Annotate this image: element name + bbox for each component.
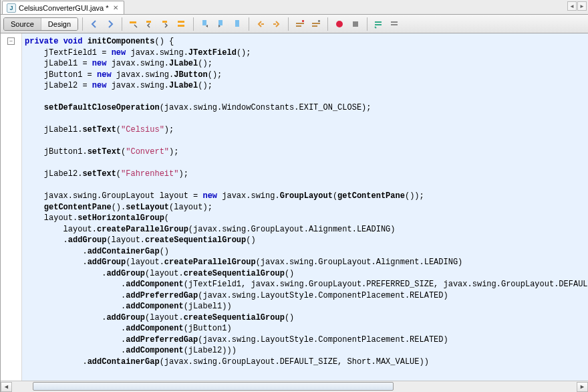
svg-rect-4 <box>178 25 184 27</box>
comment-button[interactable] <box>372 17 386 31</box>
stop-macro-button[interactable] <box>309 17 323 31</box>
svg-rect-1 <box>146 21 151 23</box>
find-previous-button[interactable] <box>142 17 157 31</box>
uncomment-button[interactable] <box>388 17 402 31</box>
find-next-button[interactable] <box>158 17 173 31</box>
svg-rect-21 <box>391 24 398 25</box>
design-view-button[interactable]: Design <box>41 18 78 30</box>
find-selection-button[interactable] <box>126 17 141 31</box>
shift-left-button[interactable] <box>253 17 268 31</box>
svg-point-16 <box>336 21 343 27</box>
file-tab-title: CelsiusConverterGUI.java * <box>19 4 109 12</box>
source-view-button[interactable]: Source <box>4 18 41 30</box>
svg-rect-10 <box>296 23 304 24</box>
editor-toolbar: Source Design <box>1 15 588 33</box>
tab-next-button[interactable]: ► <box>577 1 587 11</box>
svg-rect-19 <box>375 24 382 25</box>
code-editor[interactable]: private void initComponents() { jTextFie… <box>22 33 588 381</box>
toolbar-separator <box>122 17 122 31</box>
toolbar-separator <box>249 17 249 31</box>
scroll-track[interactable] <box>13 382 576 392</box>
stop-icon[interactable] <box>348 17 363 31</box>
gutter: − <box>1 33 22 381</box>
record-icon[interactable] <box>332 17 347 31</box>
scroll-thumb[interactable] <box>33 382 394 391</box>
horizontal-scrollbar[interactable]: ◄ ► <box>1 381 588 392</box>
svg-rect-7 <box>235 20 239 27</box>
svg-rect-2 <box>162 21 167 23</box>
shift-right-button[interactable] <box>269 17 284 31</box>
editor-area: − private void initComponents() { jTextF… <box>1 33 588 381</box>
svg-rect-12 <box>302 20 304 22</box>
svg-rect-15 <box>318 20 320 22</box>
toggle-highlight-button[interactable] <box>174 17 189 31</box>
svg-rect-18 <box>375 21 382 23</box>
svg-rect-14 <box>312 25 317 27</box>
svg-rect-20 <box>391 21 398 23</box>
svg-rect-17 <box>353 21 358 27</box>
toolbar-separator <box>288 17 289 31</box>
toolbar-separator <box>193 17 194 31</box>
start-macro-button[interactable] <box>293 17 307 31</box>
java-class-icon: J <box>7 3 16 13</box>
scroll-right-button[interactable]: ► <box>577 382 588 392</box>
tab-prev-button[interactable]: ◄ <box>567 1 577 11</box>
svg-rect-3 <box>178 21 184 23</box>
fold-toggle-icon[interactable]: − <box>7 37 15 45</box>
close-icon[interactable]: ✕ <box>112 4 120 12</box>
toolbar-separator <box>82 17 83 31</box>
tab-nav-arrows: ◄ ► <box>567 1 587 11</box>
view-switcher: Source Design <box>3 17 78 31</box>
toggle-bookmark-button[interactable] <box>230 17 245 31</box>
toolbar-separator <box>367 17 368 31</box>
svg-rect-11 <box>296 25 301 27</box>
next-bookmark-button[interactable] <box>214 17 229 31</box>
previous-bookmark-button[interactable] <box>198 17 212 31</box>
toolbar-separator <box>327 17 328 31</box>
svg-rect-13 <box>312 23 320 24</box>
editor-tabbar: J CelsiusConverterGUI.java * ✕ ◄ ► <box>1 0 588 15</box>
svg-rect-0 <box>130 21 136 23</box>
svg-rect-5 <box>202 20 206 25</box>
svg-rect-9 <box>273 23 276 25</box>
svg-rect-6 <box>218 20 223 25</box>
source-code: private void initComponents() { jTextFie… <box>25 36 588 367</box>
forward-button[interactable] <box>103 17 118 31</box>
svg-rect-8 <box>261 23 264 25</box>
back-button[interactable] <box>87 17 102 31</box>
scroll-left-button[interactable]: ◄ <box>1 382 12 392</box>
file-tab[interactable]: J CelsiusConverterGUI.java * ✕ <box>2 1 124 14</box>
